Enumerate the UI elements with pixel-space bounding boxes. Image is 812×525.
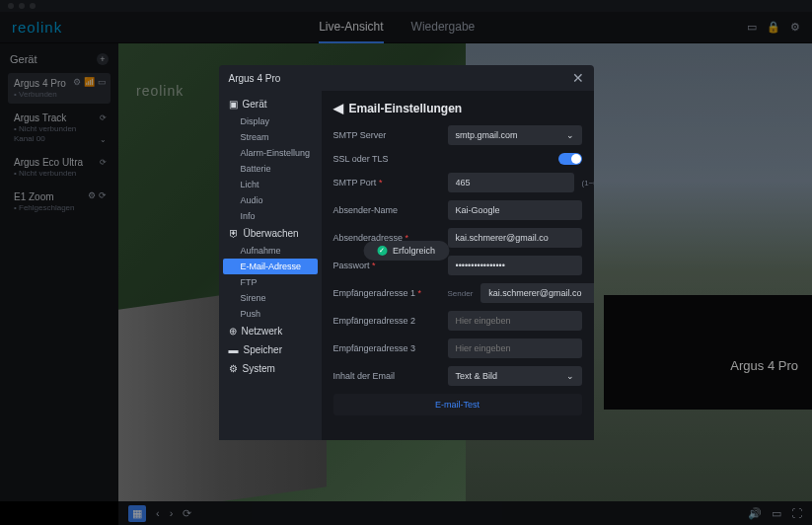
recipient2-label: Empfängeradresse 2 [333, 316, 440, 326]
chevron-down-icon: ⌄ [566, 371, 574, 381]
recipient3-input[interactable] [448, 338, 582, 358]
nav-item-audio[interactable]: Audio [219, 192, 322, 208]
nav-section-network[interactable]: ⊕Netzwerk [219, 322, 322, 340]
content-label: Inhalt der Email [333, 371, 440, 381]
nav-section-system[interactable]: ⚙System [219, 359, 322, 378]
recipient1-label: Empfängeradresse 1 [333, 288, 416, 298]
chevron-down-icon: ⌄ [566, 130, 574, 140]
toast-message: Erfolgreich [393, 246, 435, 256]
settings-nav: ▣Gerät Display Stream Alarm-Einstellung … [219, 91, 322, 440]
storage-icon: ▬ [229, 344, 239, 355]
back-button[interactable]: ◀ [333, 101, 343, 115]
success-toast: ✓ Erfolgreich [363, 241, 449, 261]
gear-icon: ⚙ [229, 363, 238, 374]
ssl-toggle[interactable] [558, 153, 582, 165]
password-label: Passwort [333, 261, 370, 270]
nav-item-alarm[interactable]: Alarm-Einstellung [219, 145, 322, 161]
nav-item-display[interactable]: Display [219, 113, 322, 129]
recipient2-input[interactable] [448, 311, 582, 331]
recipient1-input[interactable] [480, 283, 593, 303]
nav-item-stream[interactable]: Stream [219, 129, 322, 145]
check-icon: ✓ [377, 246, 387, 256]
nav-item-push[interactable]: Push [219, 306, 322, 322]
port-range-hint: (1~65535) [582, 179, 594, 188]
ssl-label: SSL oder TLS [333, 154, 440, 164]
shield-icon: ⛨ [229, 228, 239, 239]
nav-section-monitor[interactable]: ⛨Überwachen [219, 224, 322, 243]
settings-title: Email-Einstellungen [349, 102, 463, 115]
sender-addr-input[interactable] [448, 228, 582, 248]
nav-item-info[interactable]: Info [219, 208, 322, 224]
close-button[interactable]: ✕ [572, 70, 584, 86]
password-input[interactable] [448, 256, 582, 275]
nav-section-device[interactable]: ▣Gerät [219, 95, 322, 113]
settings-modal: Argus 4 Pro ✕ ▣Gerät Display Stream Alar… [219, 65, 594, 440]
nav-item-battery[interactable]: Batterie [219, 161, 322, 177]
email-test-button[interactable]: E-mail-Test [333, 394, 582, 415]
modal-title: Argus 4 Pro [229, 73, 281, 84]
nav-section-storage[interactable]: ▬Speicher [219, 340, 322, 359]
modal-backdrop: Argus 4 Pro ✕ ▣Gerät Display Stream Alar… [0, 0, 812, 525]
camera-icon: ▣ [229, 99, 238, 110]
nav-item-email[interactable]: E-Mail-Adresse [223, 259, 318, 274]
nav-item-light[interactable]: Licht [219, 177, 322, 192]
nav-item-ftp[interactable]: FTP [219, 274, 322, 290]
smtp-server-label: SMTP Server [333, 130, 440, 140]
recipient1-sublabel: Sender [448, 289, 474, 298]
nav-item-siren[interactable]: Sirene [219, 290, 322, 306]
nav-item-recording[interactable]: Aufnahme [219, 243, 322, 259]
smtp-port-input[interactable] [448, 173, 574, 192]
settings-panel: ◀ Email-Einstellungen SMTP Server smtp.g… [322, 91, 594, 440]
sender-name-label: Absender-Name [333, 205, 440, 215]
sender-name-input[interactable] [448, 200, 582, 220]
content-select[interactable]: Text & Bild⌄ [448, 366, 582, 386]
smtp-server-select[interactable]: smtp.gmail.com⌄ [448, 125, 582, 145]
smtp-port-label: SMTP Port [333, 178, 377, 188]
network-icon: ⊕ [229, 326, 237, 337]
recipient3-label: Empfängeradresse 3 [333, 343, 440, 353]
